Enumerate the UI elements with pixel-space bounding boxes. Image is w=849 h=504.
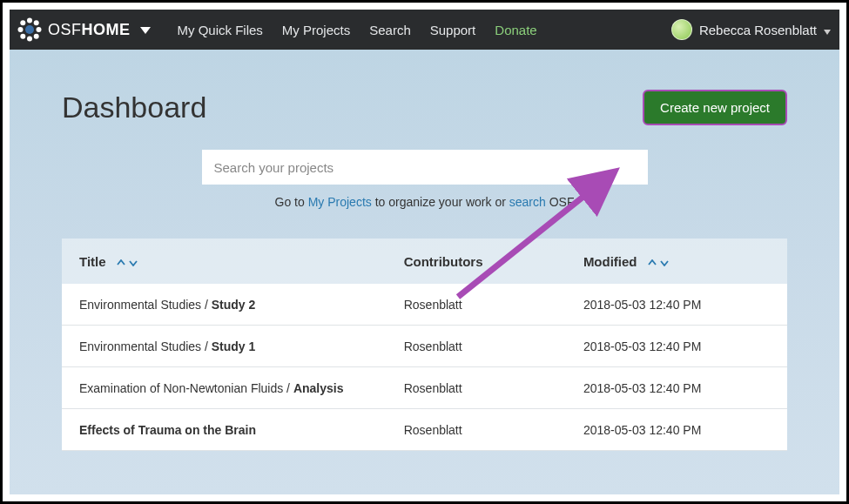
search-projects-input[interactable] <box>202 150 648 185</box>
nav-donate[interactable]: Donate <box>495 23 536 37</box>
svg-point-1 <box>27 18 32 24</box>
table-row[interactable]: Examination of Non-Newtonian Fluids / An… <box>62 367 787 409</box>
sort-desc-icon[interactable] <box>129 259 138 266</box>
cell-title: Environmental Studies / Study 2 <box>79 298 404 312</box>
cell-contributors: Rosenblatt <box>404 423 583 437</box>
helper-search-link[interactable]: search <box>509 195 546 209</box>
cell-contributors: Rosenblatt <box>404 381 583 395</box>
cell-modified: 2018-05-03 12:40 PM <box>583 339 770 353</box>
osf-logo-icon <box>17 17 43 43</box>
cell-contributors: Rosenblatt <box>404 298 583 312</box>
nav-links: My Quick Files My Projects Search Suppor… <box>178 23 537 37</box>
sort-desc-icon[interactable] <box>660 259 669 266</box>
cell-title: Environmental Studies / Study 1 <box>79 339 404 353</box>
table-row[interactable]: Environmental Studies / Study 1Rosenblat… <box>62 326 787 367</box>
nav-quick-files[interactable]: My Quick Files <box>178 23 263 37</box>
table-header-row: Title Contributors Modified <box>62 239 787 284</box>
cell-modified: 2018-05-03 12:40 PM <box>583 298 770 312</box>
avatar <box>671 19 692 40</box>
svg-marker-9 <box>140 27 151 34</box>
svg-point-0 <box>25 25 34 34</box>
col-header-title[interactable]: Title <box>79 254 404 269</box>
helper-my-projects-link[interactable]: My Projects <box>308 195 372 209</box>
svg-point-8 <box>34 34 39 39</box>
user-menu-dropdown[interactable]: Rebecca Rosenblatt <box>671 19 832 40</box>
cell-title: Effects of Trauma on the Brain <box>79 423 404 437</box>
caret-down-icon <box>824 23 831 37</box>
page-title: Dashboard <box>62 91 206 124</box>
svg-point-5 <box>20 20 25 25</box>
cell-modified: 2018-05-03 12:40 PM <box>583 423 770 437</box>
top-navbar: OSFHOME My Quick Files My Projects Searc… <box>10 10 839 50</box>
svg-point-4 <box>37 27 42 32</box>
sort-asc-icon[interactable] <box>648 259 657 266</box>
nav-search[interactable]: Search <box>369 23 411 37</box>
svg-point-3 <box>18 27 24 32</box>
nav-support[interactable]: Support <box>430 23 476 37</box>
brand-home-dropdown[interactable]: OSFHOME <box>13 17 155 43</box>
svg-point-2 <box>27 37 32 42</box>
cell-title: Examination of Non-Newtonian Fluids / An… <box>79 381 404 395</box>
sort-asc-icon[interactable] <box>117 259 125 266</box>
table-row[interactable]: Effects of Trauma on the BrainRosenblatt… <box>62 409 787 451</box>
col-header-contributors[interactable]: Contributors <box>404 254 583 269</box>
svg-point-6 <box>34 20 39 25</box>
col-header-modified[interactable]: Modified <box>583 254 770 269</box>
brand-text: OSFHOME <box>48 21 131 39</box>
caret-down-icon <box>139 23 152 37</box>
projects-table: Title Contributors Modified Environmenta… <box>62 239 787 451</box>
helper-text: Go to My Projects to organize your work … <box>62 195 787 209</box>
create-new-project-button[interactable]: Create new project <box>643 90 787 125</box>
user-name-label: Rebecca Rosenblatt <box>699 23 817 37</box>
table-row[interactable]: Environmental Studies / Study 2Rosenblat… <box>62 284 787 326</box>
cell-modified: 2018-05-03 12:40 PM <box>583 381 770 395</box>
svg-point-7 <box>20 34 25 39</box>
main-content: Dashboard Create new project Go to My Pr… <box>10 50 839 451</box>
nav-my-projects[interactable]: My Projects <box>282 23 350 37</box>
svg-marker-10 <box>824 30 831 35</box>
cell-contributors: Rosenblatt <box>404 339 583 353</box>
